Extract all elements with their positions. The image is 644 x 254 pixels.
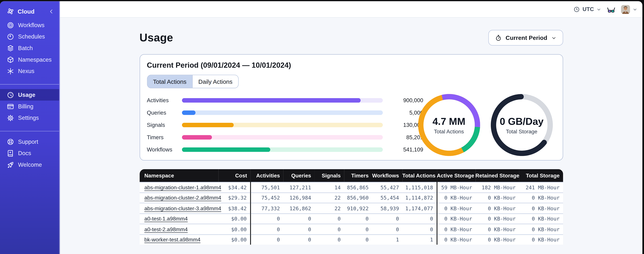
sidebar-item-nexus[interactable]: Nexus — [0, 65, 59, 77]
cell-total-actions: 1 — [402, 234, 437, 244]
sidebar-item-label: Usage — [18, 92, 35, 98]
sidebar-item-welcome[interactable]: Welcome — [0, 159, 59, 170]
sidebar-item-schedules[interactable]: Schedules — [0, 31, 59, 42]
sidebar-item-label: Schedules — [18, 33, 45, 40]
user-avatar[interactable] — [621, 5, 630, 14]
column-header-retained-storage: Retained Storage — [475, 169, 519, 182]
cell-total-storage: 0 KB-Hour — [519, 214, 563, 224]
namespace-link[interactable]: abs-migration-cluster-1.a98mm4 — [144, 184, 221, 190]
chevron-left-icon[interactable] — [48, 8, 54, 14]
total-actions-donut: 4.7 MM Total Actions — [418, 94, 480, 156]
cell-timers: 856,865 — [344, 182, 372, 192]
tab-total-actions[interactable]: Total Actions — [147, 75, 192, 88]
cell-queries: 0 — [283, 234, 314, 244]
brand-label: Cloud — [18, 8, 34, 14]
column-header-total-actions: Total Actions — [402, 169, 437, 182]
cell-retained-storage: 0 KB-Hour — [475, 214, 519, 224]
cell-activities: 0 — [250, 214, 283, 224]
donut-label: Total Actions — [434, 128, 464, 134]
cell-workflows: 55,454 — [372, 192, 402, 203]
sidebar-item-docs[interactable]: Docs — [0, 148, 59, 159]
sidebar-item-billing[interactable]: Billing — [0, 100, 59, 112]
sidebar-item-namespaces[interactable]: Namespaces — [0, 54, 59, 65]
namespaces-icon — [6, 56, 14, 64]
sidebar-divider — [0, 84, 59, 84]
sidebar-item-workflows[interactable]: Workflows — [0, 19, 59, 31]
clock-icon — [574, 6, 580, 12]
donut-center: 4.7 MM Total Actions — [418, 94, 480, 156]
cell-timers: 910,922 — [344, 203, 372, 214]
cell-namespace: abs-migration-cluster-1.a98mm4 — [140, 182, 218, 192]
support-icon — [6, 138, 14, 146]
cell-workflows: 0 — [372, 214, 402, 224]
bar-fill — [182, 123, 234, 127]
sidebar-brand[interactable]: Cloud — [0, 1, 59, 19]
cell-cost: $29.32 — [218, 192, 250, 203]
cell-queries: 0 — [283, 214, 314, 224]
donut-center: 0 GB/Day Total Storage — [491, 94, 553, 156]
table-row: abs-migration-cluster-1.a98mm4$34.4275,5… — [140, 182, 563, 192]
cell-queries: 126,862 — [283, 203, 314, 214]
sidebar-item-support[interactable]: Support — [0, 136, 59, 148]
cell-timers: 0 — [344, 224, 372, 234]
period-selector-button[interactable]: Current Period — [488, 30, 563, 46]
cell-active-storage: 59 MB-Hour — [437, 182, 475, 192]
sidebar-item-label: Namespaces — [18, 56, 52, 63]
sidebar: Cloud WorkflowsSchedulesBatchNamespacesN… — [0, 1, 60, 254]
cell-signals: 0 — [314, 234, 344, 244]
sidebar-item-label: Support — [18, 138, 38, 145]
cell-retained-storage: 182 MB-Hour — [475, 182, 519, 192]
sidebar-item-settings[interactable]: Settings — [0, 112, 59, 124]
usage-icon — [6, 91, 14, 99]
bar-fill — [182, 110, 195, 115]
cell-queries: 127,211 — [283, 182, 314, 192]
cell-total-storage: 0 KB-Hour — [519, 224, 563, 234]
nexus-icon — [6, 67, 14, 75]
table-row: a0-test-2.a98mm4$0.000000000 KB-Hour0 KB… — [140, 224, 563, 234]
usage-bar-row-workflows: Workflows541,109 — [147, 146, 418, 153]
bar-fill — [182, 135, 212, 140]
bar-label: Workflows — [147, 146, 176, 153]
tab-daily-actions[interactable]: Daily Actions — [192, 75, 238, 88]
sidebar-item-batch[interactable]: Batch — [0, 42, 59, 54]
namespace-link[interactable]: abs-migration-cluster-2.a98mm4 — [144, 195, 221, 201]
donut-value: 4.7 MM — [432, 116, 465, 127]
namespace-link[interactable]: a0-test-1.a98mm4 — [144, 216, 188, 222]
card-heading: Current Period (09/01/2024 — 10/01/2024) — [147, 61, 554, 70]
docs-icon — [6, 149, 14, 157]
namespace-usage-table: NamespaceCostActivitiesQueriesSignalsTim… — [140, 169, 563, 245]
cell-cost: $0.00 — [218, 224, 250, 234]
cell-retained-storage: 0 KB-Hour — [475, 203, 519, 214]
chevron-down-icon — [596, 7, 601, 12]
period-button-label: Current Period — [506, 34, 547, 41]
cell-active-storage: 0 KB-Hour — [437, 203, 475, 214]
column-header-active-storage: Active Storage — [437, 169, 475, 182]
cell-retained-storage: 0 KB-Hour — [475, 224, 519, 234]
dev-glasses-icon[interactable] — [606, 6, 616, 13]
table-row: abs-migration-cluster-3.a98mm4$38.4277,3… — [140, 203, 563, 214]
sidebar-item-label: Nexus — [18, 68, 34, 74]
namespace-link[interactable]: bk-worker-test.a98mm4 — [144, 236, 200, 243]
temporal-orbit-icon — [6, 7, 14, 15]
cell-namespace: abs-migration-cluster-2.a98mm4 — [140, 192, 218, 203]
current-period-card: Current Period (09/01/2024 — 10/01/2024)… — [140, 54, 563, 160]
sidebar-item-label: Billing — [18, 103, 34, 110]
settings-icon — [6, 114, 14, 122]
cell-total-actions: 1,114,872 — [402, 192, 437, 203]
total-storage-donut: 0 GB/Day Total Storage — [491, 94, 553, 156]
cell-total-actions: 1,174,077 — [402, 203, 437, 214]
namespace-link[interactable]: abs-migration-cluster-3.a98mm4 — [144, 205, 221, 212]
usage-bar-row-timers: Timers85,201 — [147, 134, 418, 140]
column-header-timers: Timers — [344, 169, 372, 182]
actions-bar-chart: Activities900,000Queries5,000Signals130,… — [147, 97, 418, 153]
cell-activities: 0 — [250, 234, 283, 244]
cell-signals: 14 — [314, 182, 344, 192]
user-menu[interactable] — [621, 5, 638, 14]
namespace-link[interactable]: a0-test-2.a98mm4 — [144, 226, 188, 232]
sidebar-item-usage[interactable]: Usage — [0, 89, 59, 101]
timezone-selector[interactable]: UTC — [574, 6, 601, 12]
usage-bar-row-queries: Queries5,000 — [147, 110, 418, 116]
cell-workflows: 55,427 — [372, 182, 402, 192]
bar-track — [182, 135, 382, 140]
cell-activities: 75,501 — [250, 182, 283, 192]
